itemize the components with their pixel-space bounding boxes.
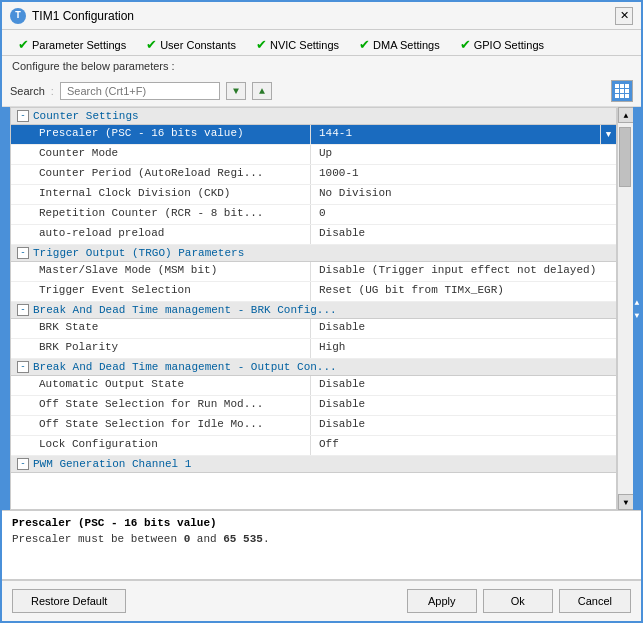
section-counter-settings[interactable]: - Counter Settings <box>11 108 616 125</box>
tab-label: Parameter Settings <box>32 39 126 51</box>
tab-parameter-settings[interactable]: ✔ Parameter Settings <box>10 34 134 55</box>
main-window: T TIM1 Configuration ✕ ✔ Parameter Setti… <box>0 0 643 623</box>
tab-nvic-settings[interactable]: ✔ NVIC Settings <box>248 34 347 55</box>
right-accent-arrow-up: ▲ <box>635 298 640 307</box>
title-bar-left: T TIM1 Configuration <box>10 8 134 24</box>
search-bar: Search : ▼ ▲ <box>2 76 641 107</box>
section-pwm[interactable]: - PWM Generation Channel 1 <box>11 456 616 473</box>
tab-gpio-settings[interactable]: ✔ GPIO Settings <box>452 34 552 55</box>
section-toggle[interactable]: - <box>17 361 29 373</box>
section-label: Counter Settings <box>33 110 139 122</box>
param-name: Master/Slave Mode (MSM bit) <box>11 262 311 281</box>
param-value: Disable <box>311 225 616 244</box>
param-value: Disable <box>311 376 616 395</box>
param-brk-state[interactable]: BRK State Disable <box>11 319 616 339</box>
restore-default-button[interactable]: Restore Default <box>12 589 126 613</box>
param-name: BRK State <box>11 319 311 338</box>
param-name: Off State Selection for Run Mod... <box>11 396 311 415</box>
param-value: Off <box>311 436 616 455</box>
section-trgo[interactable]: - Trigger Output (TRGO) Parameters <box>11 245 616 262</box>
tab-check-icon: ✔ <box>146 37 157 52</box>
param-name: Lock Configuration <box>11 436 311 455</box>
scroll-track <box>618 123 632 494</box>
section-toggle[interactable]: - <box>17 304 29 316</box>
param-value: Disable <box>311 319 616 338</box>
tab-user-constants[interactable]: ✔ User Constants <box>138 34 244 55</box>
param-clock-division[interactable]: Internal Clock Division (CKD) No Divisio… <box>11 185 616 205</box>
param-name: Automatic Output State <box>11 376 311 395</box>
param-msm[interactable]: Master/Slave Mode (MSM bit) Disable (Tri… <box>11 262 616 282</box>
tab-dma-settings[interactable]: ✔ DMA Settings <box>351 34 448 55</box>
window-icon: T <box>10 8 26 24</box>
tab-check-icon: ✔ <box>359 37 370 52</box>
apply-button[interactable]: Apply <box>407 589 477 613</box>
section-label: Trigger Output (TRGO) Parameters <box>33 247 244 259</box>
param-trigger-event[interactable]: Trigger Event Selection Reset (UG bit fr… <box>11 282 616 302</box>
section-break-output[interactable]: - Break And Dead Time management - Outpu… <box>11 359 616 376</box>
param-off-idle[interactable]: Off State Selection for Idle Mo... Disab… <box>11 416 616 436</box>
section-toggle[interactable]: - <box>17 458 29 470</box>
action-buttons: Apply Ok Cancel <box>407 589 631 613</box>
bottom-buttons: Restore Default Apply Ok Cancel <box>2 580 641 621</box>
param-value: Disable (Trigger input effect not delaye… <box>311 262 616 281</box>
scrollbar[interactable]: ▲ ▼ <box>617 107 633 510</box>
search-input[interactable] <box>60 82 220 100</box>
tab-label: GPIO Settings <box>474 39 544 51</box>
search-prev-button[interactable]: ▲ <box>252 82 272 100</box>
param-name: Repetition Counter (RCR - 8 bit... <box>11 205 311 224</box>
param-name: Counter Period (AutoReload Regi... <box>11 165 311 184</box>
dropdown-arrow-icon[interactable]: ▼ <box>600 125 616 144</box>
param-name: auto-reload preload <box>11 225 311 244</box>
param-name: Trigger Event Selection <box>11 282 311 301</box>
scroll-thumb[interactable] <box>619 127 631 187</box>
ok-button[interactable]: Ok <box>483 589 553 613</box>
param-counter-mode[interactable]: Counter Mode Up <box>11 145 616 165</box>
section-label: Break And Dead Time management - Output … <box>33 361 337 373</box>
param-value: Up <box>311 145 616 164</box>
section-label: Break And Dead Time management - BRK Con… <box>33 304 337 316</box>
scroll-down-arrow[interactable]: ▼ <box>618 494 634 510</box>
param-value: 0 <box>311 205 616 224</box>
close-button[interactable]: ✕ <box>615 7 633 25</box>
param-off-run[interactable]: Off State Selection for Run Mod... Disab… <box>11 396 616 416</box>
config-label: Configure the below parameters : <box>2 56 641 76</box>
section-break-brk[interactable]: - Break And Dead Time management - BRK C… <box>11 302 616 319</box>
prescaler-input[interactable] <box>319 127 592 139</box>
param-value: High <box>311 339 616 358</box>
left-accent <box>2 107 10 510</box>
param-name: BRK Polarity <box>11 339 311 358</box>
param-name: Counter Mode <box>11 145 311 164</box>
tabs-bar: ✔ Parameter Settings ✔ User Constants ✔ … <box>2 30 641 56</box>
info-title: Prescaler (PSC - 16 bits value) <box>12 517 631 529</box>
param-auto-output[interactable]: Automatic Output State Disable <box>11 376 616 396</box>
param-value: Disable <box>311 396 616 415</box>
param-lock[interactable]: Lock Configuration Off <box>11 436 616 456</box>
param-counter-period[interactable]: Counter Period (AutoReload Regi... 1000-… <box>11 165 616 185</box>
search-next-button[interactable]: ▼ <box>226 82 246 100</box>
param-prescaler[interactable]: Prescaler (PSC - 16 bits value) ▼ <box>11 125 616 145</box>
tab-label: NVIC Settings <box>270 39 339 51</box>
cancel-button[interactable]: Cancel <box>559 589 631 613</box>
scroll-up-arrow[interactable]: ▲ <box>618 107 634 123</box>
param-repetition-counter[interactable]: Repetition Counter (RCR - 8 bit... 0 <box>11 205 616 225</box>
info-description: Prescaler must be between 0 and 65 535. <box>12 533 631 545</box>
window-title: TIM1 Configuration <box>32 9 134 23</box>
param-value: 1000-1 <box>311 165 616 184</box>
grid-view-button[interactable] <box>611 80 633 102</box>
info-panel: Prescaler (PSC - 16 bits value) Prescale… <box>2 510 641 580</box>
param-value[interactable] <box>311 125 600 144</box>
param-brk-polarity[interactable]: BRK Polarity High <box>11 339 616 359</box>
tab-check-icon: ✔ <box>18 37 29 52</box>
param-auto-reload[interactable]: auto-reload preload Disable <box>11 225 616 245</box>
section-label: PWM Generation Channel 1 <box>33 458 191 470</box>
search-label: Search <box>10 85 45 97</box>
grid-icon <box>615 84 629 98</box>
param-value: Disable <box>311 416 616 435</box>
params-table: - Counter Settings Prescaler (PSC - 16 b… <box>10 107 617 510</box>
right-accent: ▲ ▼ <box>633 107 641 510</box>
section-toggle[interactable]: - <box>17 110 29 122</box>
section-toggle[interactable]: - <box>17 247 29 259</box>
tab-check-icon: ✔ <box>460 37 471 52</box>
param-name: Off State Selection for Idle Mo... <box>11 416 311 435</box>
title-bar: T TIM1 Configuration ✕ <box>2 2 641 30</box>
